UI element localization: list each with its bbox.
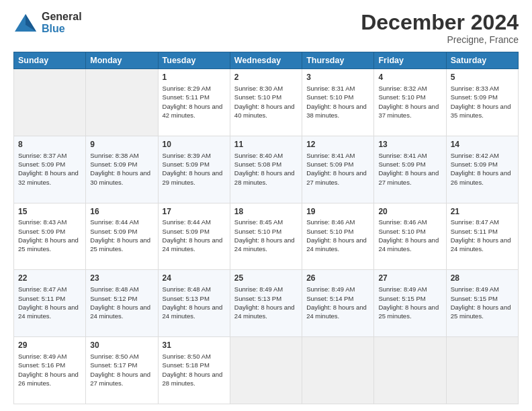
- daylight-hours: Daylight: 8 hours and 27 minutes.: [306, 169, 367, 185]
- sunrise: Sunrise: 8:46 AM: [378, 218, 427, 226]
- sunrise: Sunrise: 8:48 AM: [163, 285, 211, 293]
- day-number: 14: [451, 139, 514, 150]
- sunrise: Sunrise: 8:33 AM: [451, 85, 499, 92]
- calendar-cell: [446, 337, 518, 404]
- sunrise: Sunrise: 8:48 AM: [90, 285, 138, 293]
- sunrise: Sunrise: 8:47 AM: [451, 218, 499, 226]
- logo-general: General: [42, 11, 82, 23]
- daylight-hours: Daylight: 8 hours and 25 minutes.: [451, 304, 511, 320]
- calendar-cell: 29Sunrise: 8:49 AMSunset: 5:16 PMDayligh…: [14, 337, 86, 404]
- daylight-hours: Daylight: 8 hours and 26 minutes.: [18, 371, 79, 387]
- sunrise: Sunrise: 8:43 AM: [18, 218, 66, 226]
- sunset: Sunset: 5:10 PM: [378, 93, 425, 101]
- daylight-hours: Daylight: 8 hours and 40 minutes.: [234, 103, 295, 119]
- calendar-cell: 11Sunrise: 8:40 AMSunset: 5:08 PMDayligh…: [230, 136, 302, 203]
- calendar-cell: 1Sunrise: 8:29 AMSunset: 5:11 PMDaylight…: [158, 69, 230, 136]
- daylight-hours: Daylight: 8 hours and 24 minutes.: [234, 236, 295, 253]
- daylight-hours: Daylight: 8 hours and 24 minutes.: [234, 304, 295, 320]
- day-number: 11: [234, 139, 298, 150]
- day-number: 9: [90, 139, 153, 150]
- calendar-cell: 27Sunrise: 8:49 AMSunset: 5:15 PMDayligh…: [374, 270, 446, 337]
- sunset: Sunset: 5:13 PM: [234, 295, 281, 302]
- sunset: Sunset: 5:12 PM: [90, 295, 137, 302]
- sunset: Sunset: 5:17 PM: [90, 361, 137, 369]
- sunrise: Sunrise: 8:30 AM: [234, 85, 283, 92]
- sunrise: Sunrise: 8:50 AM: [163, 353, 211, 360]
- sunset: Sunset: 5:18 PM: [163, 361, 210, 369]
- daylight-hours: Daylight: 8 hours and 24 minutes.: [306, 304, 367, 320]
- daylight-hours: Daylight: 8 hours and 38 minutes.: [306, 103, 367, 119]
- sunset: Sunset: 5:09 PM: [163, 161, 210, 168]
- daylight-hours: Daylight: 8 hours and 24 minutes.: [378, 236, 439, 253]
- day-number: 19: [306, 206, 369, 218]
- sunrise: Sunrise: 8:31 AM: [306, 85, 355, 92]
- sunrise: Sunrise: 8:44 AM: [163, 218, 211, 226]
- sunset: Sunset: 5:10 PM: [306, 93, 353, 101]
- sunset: Sunset: 5:09 PM: [163, 228, 210, 235]
- daylight-hours: Daylight: 8 hours and 37 minutes.: [378, 103, 439, 119]
- sunset: Sunset: 5:11 PM: [18, 295, 65, 302]
- day-number: 23: [90, 273, 153, 284]
- calendar-week: 1Sunrise: 8:29 AMSunset: 5:11 PMDaylight…: [14, 69, 519, 136]
- daylight-hours: Daylight: 8 hours and 42 minutes.: [163, 103, 223, 119]
- sunset: Sunset: 5:09 PM: [451, 161, 498, 168]
- calendar-cell: 18Sunrise: 8:45 AMSunset: 5:10 PMDayligh…: [230, 203, 302, 270]
- day-number: 18: [234, 206, 298, 218]
- sunrise: Sunrise: 8:46 AM: [306, 218, 355, 226]
- calendar-cell: 22Sunrise: 8:47 AMSunset: 5:11 PMDayligh…: [14, 270, 86, 337]
- sunrise: Sunrise: 8:29 AM: [163, 85, 211, 92]
- sunrise: Sunrise: 8:50 AM: [90, 353, 138, 360]
- calendar-cell: 30Sunrise: 8:50 AMSunset: 5:17 PMDayligh…: [86, 337, 158, 404]
- calendar-cell: 3Sunrise: 8:31 AMSunset: 5:10 PMDaylight…: [302, 69, 374, 136]
- day-number: 1: [163, 72, 226, 83]
- calendar-cell: [14, 69, 86, 136]
- sunrise: Sunrise: 8:38 AM: [90, 152, 138, 159]
- sunrise: Sunrise: 8:39 AM: [163, 152, 211, 159]
- daylight-hours: Daylight: 8 hours and 29 minutes.: [163, 169, 223, 185]
- calendar-cell: 10Sunrise: 8:39 AMSunset: 5:09 PMDayligh…: [158, 136, 230, 203]
- sunset: Sunset: 5:13 PM: [163, 295, 210, 302]
- sunset: Sunset: 5:10 PM: [234, 93, 281, 101]
- calendar-cell: 19Sunrise: 8:46 AMSunset: 5:10 PMDayligh…: [302, 203, 374, 270]
- calendar-cell: 4Sunrise: 8:32 AMSunset: 5:10 PMDaylight…: [374, 69, 446, 136]
- sunset: Sunset: 5:11 PM: [451, 228, 498, 235]
- day-number: 21: [451, 206, 514, 218]
- day-number: 22: [18, 273, 81, 284]
- sunset: Sunset: 5:10 PM: [234, 228, 281, 235]
- day-number: 17: [163, 206, 226, 218]
- calendar-cell: 28Sunrise: 8:49 AMSunset: 5:15 PMDayligh…: [446, 270, 518, 337]
- day-number: 4: [378, 72, 441, 83]
- daylight-hours: Daylight: 8 hours and 24 minutes.: [306, 236, 367, 253]
- day-header: Friday: [374, 52, 446, 69]
- sunset: Sunset: 5:10 PM: [306, 228, 353, 235]
- calendar-cell: [230, 337, 302, 404]
- day-number: 12: [306, 139, 369, 150]
- calendar-cell: 2Sunrise: 8:30 AMSunset: 5:10 PMDaylight…: [230, 69, 302, 136]
- calendar-cell: 17Sunrise: 8:44 AMSunset: 5:09 PMDayligh…: [158, 203, 230, 270]
- daylight-hours: Daylight: 8 hours and 24 minutes.: [18, 304, 79, 320]
- sunrise: Sunrise: 8:49 AM: [18, 353, 66, 360]
- day-number: 15: [18, 206, 81, 218]
- sunset: Sunset: 5:11 PM: [163, 93, 210, 101]
- daylight-hours: Daylight: 8 hours and 35 minutes.: [451, 103, 511, 119]
- calendar-cell: 5Sunrise: 8:33 AMSunset: 5:09 PMDaylight…: [446, 69, 518, 136]
- day-header: Monday: [86, 52, 158, 69]
- day-number: 16: [90, 206, 153, 218]
- sunset: Sunset: 5:15 PM: [451, 295, 498, 302]
- day-number: 10: [163, 139, 226, 150]
- calendar-week: 29Sunrise: 8:49 AMSunset: 5:16 PMDayligh…: [14, 337, 519, 404]
- day-number: 2: [234, 72, 298, 83]
- sunset: Sunset: 5:09 PM: [378, 161, 425, 168]
- title-block: December 2024 Precigne, France: [361, 11, 519, 45]
- calendar-cell: 24Sunrise: 8:48 AMSunset: 5:13 PMDayligh…: [158, 270, 230, 337]
- daylight-hours: Daylight: 8 hours and 26 minutes.: [451, 169, 511, 185]
- location: Precigne, France: [361, 34, 519, 45]
- daylight-hours: Daylight: 8 hours and 25 minutes.: [18, 236, 79, 253]
- sunrise: Sunrise: 8:41 AM: [306, 152, 355, 159]
- logo-text: General Blue: [42, 11, 82, 34]
- sunset: Sunset: 5:09 PM: [306, 161, 353, 168]
- sunrise: Sunrise: 8:40 AM: [234, 152, 283, 159]
- day-number: 25: [234, 273, 298, 284]
- sunrise: Sunrise: 8:41 AM: [378, 152, 427, 159]
- sunset: Sunset: 5:16 PM: [18, 361, 65, 369]
